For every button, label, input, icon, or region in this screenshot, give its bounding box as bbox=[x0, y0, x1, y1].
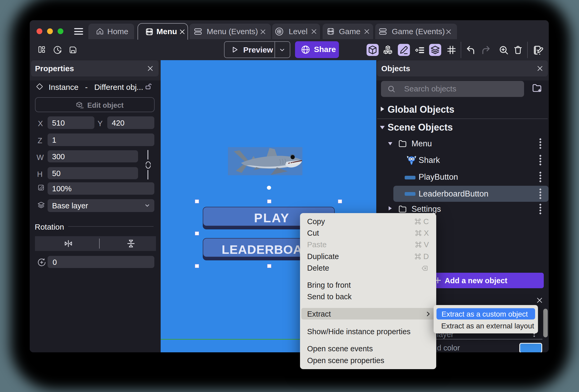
svg-text:2D: 2D bbox=[80, 106, 84, 109]
